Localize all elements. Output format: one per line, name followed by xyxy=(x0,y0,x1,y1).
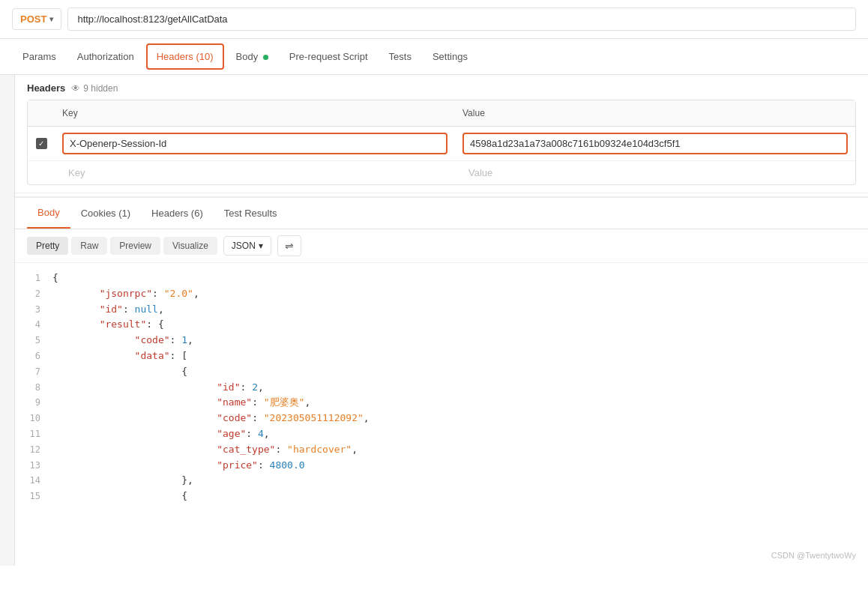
code-line-1: 1 { xyxy=(15,271,868,286)
code-line-15: 15 { xyxy=(15,489,868,504)
headers-table: Key Value ✓ xyxy=(27,100,856,185)
line-content-4: "result": { xyxy=(52,317,868,333)
code-line-9: 9 "name": "肥婆奥", xyxy=(15,395,868,411)
visualize-button[interactable]: Visualize xyxy=(163,237,217,255)
preview-button[interactable]: Preview xyxy=(110,237,160,255)
line-num-9: 9 xyxy=(15,395,52,410)
watermark-text: CSDN @TwentytwoWy xyxy=(771,551,856,560)
method-select[interactable]: POST ▾ xyxy=(12,8,61,30)
headers-title: Headers xyxy=(27,82,65,94)
line-num-1: 1 xyxy=(15,271,52,286)
response-tabs: Body Cookies (1) Headers (6) Test Result… xyxy=(15,198,868,229)
code-line-14: 14 }, xyxy=(15,473,868,489)
line-content-5: "code": 1, xyxy=(52,333,868,348)
resp-tab-test-results[interactable]: Test Results xyxy=(214,199,288,228)
tab-headers[interactable]: Headers (10) xyxy=(146,43,224,70)
line-num-3: 3 xyxy=(15,302,52,317)
key-input[interactable] xyxy=(62,133,447,154)
tab-pre-request[interactable]: Pre-request Script xyxy=(279,42,379,71)
url-bar: POST ▾ xyxy=(0,0,868,39)
tab-tests[interactable]: Tests xyxy=(379,42,422,71)
line-content-3: "id": null, xyxy=(52,302,868,318)
line-num-6: 6 xyxy=(15,348,52,363)
line-num-11: 11 xyxy=(15,426,52,441)
code-line-5: 5 "code": 1, xyxy=(15,333,868,348)
tab-body[interactable]: Body xyxy=(226,42,279,71)
main-layout: Headers 👁 9 hidden Key Value ✓ xyxy=(0,75,868,566)
line-content-11: "age": 4, xyxy=(52,426,868,442)
empty-value-cell: Value xyxy=(455,164,855,181)
value-cell xyxy=(455,130,855,157)
method-label: POST xyxy=(20,13,46,25)
code-area: 1 { 2 "jsonrpc": "2.0", 3 xyxy=(15,263,868,548)
resp-tab-headers[interactable]: Headers (6) xyxy=(141,199,214,228)
main-content: Headers 👁 9 hidden Key Value ✓ xyxy=(15,75,868,566)
tab-params[interactable]: Params xyxy=(12,42,67,71)
code-line-10: 10 "code": "202305051112092", xyxy=(15,411,868,426)
chevron-down-icon: ▾ xyxy=(49,15,53,23)
check-cell[interactable]: ✓ xyxy=(28,138,55,149)
line-num-2: 2 xyxy=(15,286,52,301)
line-num-4: 4 xyxy=(15,317,52,332)
code-line-11: 11 "age": 4, xyxy=(15,426,868,442)
code-line-13: 13 "price": 4800.0 xyxy=(15,458,868,474)
raw-button[interactable]: Raw xyxy=(71,237,107,255)
col-key-header: Key xyxy=(55,105,455,121)
format-label: JSON xyxy=(232,241,256,251)
watermark: CSDN @TwentytwoWy xyxy=(15,548,868,566)
pretty-button[interactable]: Pretty xyxy=(27,237,68,255)
wrap-icon: ⇌ xyxy=(285,240,294,252)
code-line-4: 4 "result": { xyxy=(15,317,868,333)
hidden-count: 9 hidden xyxy=(83,83,118,94)
body-dot-indicator xyxy=(263,55,268,60)
line-num-5: 5 xyxy=(15,333,52,348)
wrap-button[interactable]: ⇌ xyxy=(277,235,301,256)
line-num-10: 10 xyxy=(15,411,52,426)
line-content-2: "jsonrpc": "2.0", xyxy=(52,286,868,302)
headers-title-row: Headers 👁 9 hidden xyxy=(27,82,856,94)
check-mark: ✓ xyxy=(38,140,44,148)
line-num-14: 14 xyxy=(15,473,52,488)
eye-icon: 👁 xyxy=(71,83,80,94)
line-content-15: { xyxy=(52,489,868,504)
url-input[interactable] xyxy=(67,7,856,31)
line-content-12: "cat_type": "hardcover", xyxy=(52,442,868,458)
line-num-12: 12 xyxy=(15,442,52,457)
line-content-14: }, xyxy=(52,473,868,489)
line-content-10: "code": "202305051112092", xyxy=(52,411,868,426)
empty-key-cell: Key xyxy=(55,164,455,181)
value-input[interactable] xyxy=(462,133,848,154)
request-tabs: Params Authorization Headers (10) Body P… xyxy=(0,39,868,75)
code-line-7: 7 { xyxy=(15,364,868,380)
value-placeholder: Value xyxy=(462,163,498,182)
line-content-9: "name": "肥婆奥", xyxy=(52,395,868,411)
tab-settings[interactable]: Settings xyxy=(422,42,478,71)
key-placeholder: Key xyxy=(62,163,91,182)
format-chevron-icon: ▾ xyxy=(259,241,263,251)
resp-tab-cookies[interactable]: Cookies (1) xyxy=(70,199,141,228)
line-content-8: "id": 2, xyxy=(52,380,868,396)
line-num-13: 13 xyxy=(15,458,52,473)
headers-section: Headers 👁 9 hidden Key Value ✓ xyxy=(15,75,868,193)
format-select[interactable]: JSON ▾ xyxy=(223,236,271,256)
response-section: Body Cookies (1) Headers (6) Test Result… xyxy=(15,196,868,566)
table-row-empty: Key Value xyxy=(28,161,855,184)
code-line-2: 2 "jsonrpc": "2.0", xyxy=(15,286,868,302)
format-bar: Pretty Raw Preview Visualize JSON ▾ ⇌ xyxy=(15,229,868,263)
resp-tab-body[interactable]: Body xyxy=(27,198,70,229)
code-line-12: 12 "cat_type": "hardcover", xyxy=(15,442,868,458)
tab-authorization[interactable]: Authorization xyxy=(67,42,145,71)
key-cell xyxy=(55,130,455,157)
table-row: ✓ xyxy=(28,127,855,161)
line-num-8: 8 xyxy=(15,380,52,395)
side-strip xyxy=(0,75,15,566)
line-content-1: { xyxy=(52,271,868,286)
line-content-7: { xyxy=(52,364,868,380)
line-content-13: "price": 4800.0 xyxy=(52,458,868,474)
line-num-7: 7 xyxy=(15,364,52,379)
code-line-8: 8 "id": 2, xyxy=(15,380,868,396)
code-line-3: 3 "id": null, xyxy=(15,302,868,318)
row-checkbox[interactable]: ✓ xyxy=(36,138,47,149)
headers-table-header: Key Value xyxy=(28,100,855,127)
hidden-badge: 👁 9 hidden xyxy=(71,83,118,94)
